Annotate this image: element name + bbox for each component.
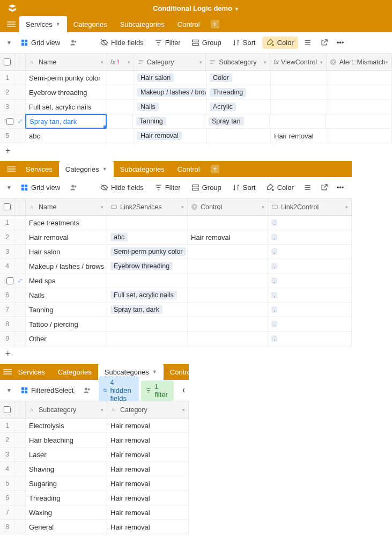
tab-control[interactable]: Control: [171, 161, 206, 177]
cell-link2services[interactable]: Eyebrow threading: [107, 259, 188, 273]
cell-subcategory[interactable]: Sugaring: [26, 476, 107, 490]
group-button[interactable]: Gro: [176, 384, 184, 397]
table-row[interactable]: 3 Laser Hair removal: [0, 447, 189, 462]
cell-viewcontrol[interactable]: [271, 100, 327, 114]
row-number[interactable]: 7: [0, 505, 15, 519]
row-checkbox[interactable]: ⋮⋮: [0, 114, 15, 128]
cell-name[interactable]: Hair salon: [26, 245, 107, 259]
menu-icon[interactable]: [3, 161, 19, 177]
col-control[interactable]: Control▾: [188, 199, 268, 215]
cell-viewcontrol[interactable]: [271, 71, 327, 85]
cell-control[interactable]: Hair removal: [188, 230, 268, 244]
col-subcategory[interactable]: Subcategory▾: [206, 54, 270, 70]
group-button[interactable]: Group: [187, 181, 226, 194]
cell-name[interactable]: Hair removal: [26, 230, 107, 244]
cell-link2services[interactable]: [107, 216, 188, 230]
row-number[interactable]: 6: [0, 491, 15, 505]
cell-link2control[interactable]: .: [268, 317, 352, 331]
tab-services[interactable]: Services: [12, 364, 51, 380]
row-number[interactable]: 2: [0, 433, 15, 447]
col-subcategory[interactable]: ASubcategory▾: [26, 401, 107, 418]
cell-control[interactable]: [188, 216, 268, 230]
row-height-button[interactable]: [300, 181, 315, 194]
cell-subcategory[interactable]: Shaving: [26, 462, 107, 476]
table-row[interactable]: 2 Hair bleaching Hair removal: [0, 433, 189, 447]
cell-subcategory[interactable]: General: [26, 520, 107, 534]
cell-link2control[interactable]: .: [268, 216, 352, 230]
more-button[interactable]: •••: [334, 36, 347, 49]
cell-category[interactable]: Hair removal: [107, 433, 189, 447]
cell-subcategory[interactable]: Acrylic: [206, 100, 271, 114]
cell-link2services[interactable]: Semi-perm punky color: [107, 245, 188, 259]
cell-subcategory[interactable]: Laser: [26, 447, 107, 461]
collaborators-icon[interactable]: [66, 181, 81, 194]
cell-viewcontrol[interactable]: [270, 114, 326, 128]
cell-subcategory[interactable]: Waxing: [26, 505, 107, 519]
table-row[interactable]: 1 Semi-perm punky color Hair salon Color: [0, 71, 392, 85]
row-checkbox[interactable]: ⋮⋮: [0, 274, 15, 288]
add-table-button[interactable]: +: [206, 16, 224, 32]
cell-control[interactable]: [188, 332, 268, 346]
cell-name-editing[interactable]: Spray tan, dark: [25, 114, 107, 129]
cell-formula[interactable]: [107, 85, 134, 99]
col-category[interactable]: ACategory▾: [107, 401, 189, 418]
group-button[interactable]: Group: [187, 36, 226, 49]
tab-subcategories[interactable]: Subcategories: [114, 16, 171, 32]
filter-button[interactable]: Filter: [150, 36, 185, 49]
cell-name[interactable]: Full set, acrylic nails: [26, 100, 107, 114]
table-row[interactable]: ⋮⋮ Med spa .: [0, 274, 352, 288]
cell-category[interactable]: Hair removal: [107, 418, 189, 432]
cell-formula[interactable]: [107, 129, 134, 143]
cell-alert[interactable]: [326, 114, 392, 128]
col-name[interactable]: AName▾: [26, 199, 107, 215]
cell-link2services[interactable]: Full set, acrylic nails: [107, 288, 188, 302]
cell-name[interactable]: Tanning: [26, 303, 107, 317]
cell-link2control[interactable]: .: [268, 332, 352, 346]
cell-category[interactable]: Hair salon: [134, 71, 206, 85]
cell-control[interactable]: [188, 288, 268, 302]
table-row[interactable]: 6 Threading Hair removal: [0, 491, 189, 505]
cell-link2services[interactable]: [107, 317, 188, 331]
share-view-button[interactable]: [317, 181, 331, 194]
cell-category[interactable]: Makeup / lashes / brows: [134, 85, 206, 99]
views-toggle[interactable]: ▼: [4, 38, 14, 48]
cell-subcategory[interactable]: Color: [206, 71, 271, 85]
cell-link2control[interactable]: .: [268, 274, 352, 288]
cell-category[interactable]: Hair removal: [134, 129, 206, 143]
share-view-button[interactable]: [317, 36, 331, 49]
sort-button[interactable]: Sort: [228, 181, 260, 194]
cell-link2services[interactable]: [107, 274, 188, 288]
cell-name[interactable]: abc: [26, 129, 107, 143]
row-number[interactable]: 6: [0, 288, 15, 302]
more-button[interactable]: •••: [334, 181, 347, 194]
cell-link2control[interactable]: .: [268, 288, 352, 302]
table-row[interactable]: 3 Full set, acrylic nails Nails Acrylic: [0, 100, 392, 114]
cell-viewcontrol[interactable]: Hair removal: [271, 129, 327, 143]
table-row[interactable]: 8 Tattoo / piercing .: [0, 317, 352, 332]
view-name[interactable]: Grid view: [16, 181, 64, 194]
table-row[interactable]: 2 Eyebrow threading Makeup / lashes / br…: [0, 85, 392, 100]
cell-category[interactable]: Hair removal: [107, 462, 189, 476]
cell-link2control[interactable]: .: [268, 303, 352, 317]
col-viewcontrol[interactable]: fxViewControl▾: [270, 54, 327, 70]
color-button[interactable]: Color: [262, 36, 298, 49]
view-name[interactable]: Grid view: [16, 36, 64, 49]
row-number[interactable]: 3: [0, 100, 15, 114]
tab-services[interactable]: Services: [19, 161, 59, 177]
cell-name[interactable]: Eyebrow threading: [26, 85, 107, 99]
row-number[interactable]: 1: [0, 418, 15, 432]
cell-name[interactable]: Tattoo / piercing: [26, 317, 107, 331]
cell-category[interactable]: Hair removal: [107, 476, 189, 490]
cell-subcategory[interactable]: Spray tan: [205, 114, 270, 128]
table-row[interactable]: 8 General Hair removal: [0, 520, 189, 534]
views-toggle[interactable]: ▼: [4, 182, 14, 193]
cell-control[interactable]: [188, 303, 268, 317]
row-number[interactable]: 4: [0, 462, 15, 476]
cell-subcategory[interactable]: Hair bleaching: [26, 433, 107, 447]
cell-formula[interactable]: [107, 100, 134, 114]
cell-name[interactable]: Face treatments: [26, 216, 107, 230]
cell-category[interactable]: Hair removal: [107, 505, 189, 519]
cell-viewcontrol[interactable]: [271, 85, 327, 99]
tab-categories[interactable]: Categories: [67, 16, 114, 32]
add-table-button[interactable]: +: [199, 364, 216, 380]
